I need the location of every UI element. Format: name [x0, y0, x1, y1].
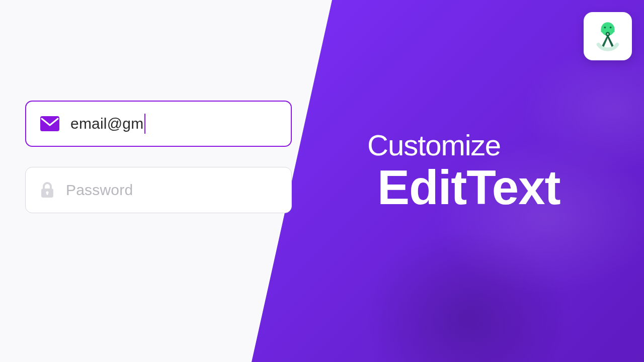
svg-rect-8: [40, 116, 59, 131]
email-text: email@gm: [70, 115, 143, 132]
text-caret: [144, 114, 145, 134]
svg-point-2: [604, 27, 606, 29]
password-field[interactable]: Password: [25, 167, 292, 213]
hero-title: Customize EditText: [367, 131, 560, 212]
password-placeholder: Password: [66, 182, 277, 199]
hero-title-line2: EditText: [377, 163, 560, 212]
svg-rect-11: [47, 193, 48, 195]
login-form: email@gm Password: [25, 101, 292, 233]
android-studio-badge: [584, 12, 632, 60]
mail-icon: [40, 116, 59, 131]
email-field[interactable]: email@gm: [25, 101, 292, 147]
android-studio-icon: [591, 19, 624, 54]
hero-title-line1: Customize: [367, 131, 560, 160]
lock-icon: [40, 182, 55, 199]
svg-rect-1: [601, 29, 615, 32]
svg-point-3: [610, 27, 612, 29]
email-input-value[interactable]: email@gm: [70, 114, 277, 134]
